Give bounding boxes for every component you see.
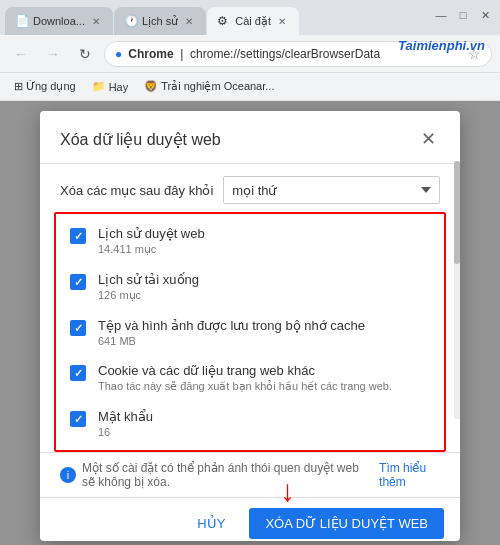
clear-data-button[interactable]: XÓA DỮ LIỆU DUYỆT WEB	[249, 508, 444, 539]
tab-label-settings: Cài đặt	[235, 15, 271, 28]
apps-label: Ứng dụng	[26, 80, 76, 93]
tab-label-downloads: Downloa...	[33, 15, 85, 27]
list-item: Cookie và các dữ liệu trang web khác Tha…	[56, 355, 444, 401]
learn-more-link[interactable]: Tìm hiểu thêm	[379, 461, 440, 489]
close-button[interactable]: ✕	[475, 5, 495, 25]
cancel-button[interactable]: HỦY	[185, 510, 237, 537]
tab-close-downloads[interactable]: ✕	[89, 14, 103, 28]
checkbox-passwords[interactable]	[70, 411, 86, 427]
item-title-cache: Tệp và hình ảnh được lưu trong bộ nhớ ca…	[98, 318, 430, 333]
dialog-overlay: Xóa dữ liệu duyệt web ✕ Xóa các mục sau …	[0, 101, 500, 545]
dialog-actions: ↓ HỦY XÓA DỮ LIỆU DUYỆT WEB	[40, 497, 460, 545]
item-desc-passwords: 16	[98, 426, 430, 438]
item-title-browsing-history: Lịch sử duyệt web	[98, 226, 430, 241]
browser-window: 📄 Downloa... ✕ 🕐 Lịch sử ✕ ⚙ Cài đặt ✕ —…	[0, 0, 500, 545]
item-title-cookies: Cookie và các dữ liệu trang web khác	[98, 363, 430, 378]
tab-history[interactable]: 🕐 Lịch sử ✕	[114, 7, 206, 35]
item-text-passwords: Mật khẩu 16	[98, 409, 430, 438]
apps-bookmark[interactable]: ⊞ Ứng dụng	[8, 78, 82, 95]
dialog-title: Xóa dữ liệu duyệt web	[60, 130, 221, 149]
dialog-scrollbar[interactable]	[454, 161, 460, 419]
footer-info-text: Một số cài đặt có thể phản ánh thói quen…	[82, 461, 373, 489]
window-controls: — □ ✕	[431, 5, 495, 25]
dialog-footer-info: i Một số cài đặt có thể phản ánh thói qu…	[40, 452, 460, 497]
tab-favicon-downloads: 📄	[15, 14, 29, 28]
item-title-download-history: Lịch sử tải xuống	[98, 272, 430, 287]
title-bar: 📄 Downloa... ✕ 🕐 Lịch sử ✕ ⚙ Cài đặt ✕ —…	[0, 0, 500, 35]
checkbox-cookies[interactable]	[70, 365, 86, 381]
item-desc-cookies: Thao tác này sẽ đăng xuất bạn khỏi hầu h…	[98, 380, 430, 393]
dialog-scrollbar-thumb	[454, 161, 460, 264]
bookmark-folder-icon: 📁	[92, 80, 106, 93]
checkbox-browsing-history[interactable]	[70, 228, 86, 244]
checkbox-cache[interactable]	[70, 320, 86, 336]
bookmark-oceanar-icon: 🦁	[144, 80, 158, 93]
apps-grid-icon: ⊞	[14, 80, 23, 93]
forward-button[interactable]: →	[40, 41, 66, 67]
item-text-cookies: Cookie và các dữ liệu trang web khác Tha…	[98, 363, 430, 393]
back-button[interactable]: ←	[8, 41, 34, 67]
bookmark-oceanar-label: Trải nghiệm Oceanar...	[161, 80, 274, 93]
list-item: Tệp và hình ảnh được lưu trong bộ nhớ ca…	[56, 310, 444, 355]
item-text-browsing-history: Lịch sử duyệt web 14.411 mục	[98, 226, 430, 256]
red-arrow-indicator: ↓	[280, 476, 295, 506]
dialog-header: Xóa dữ liệu duyệt web ✕	[40, 111, 460, 164]
item-text-download-history: Lịch sử tải xuống 126 mục	[98, 272, 430, 302]
item-text-cache: Tệp và hình ảnh được lưu trong bộ nhớ ca…	[98, 318, 430, 347]
checkbox-download-history[interactable]	[70, 274, 86, 290]
tab-favicon-history: 🕐	[124, 14, 138, 28]
reload-button[interactable]: ↻	[72, 41, 98, 67]
tab-favicon-settings: ⚙	[217, 14, 231, 28]
maximize-button[interactable]: □	[453, 5, 473, 25]
list-item: Mật khẩu 16	[56, 401, 444, 446]
bookmark-oceanar[interactable]: 🦁 Trải nghiệm Oceanar...	[138, 78, 280, 95]
list-item: Lịch sử duyệt web 14.411 mục	[56, 218, 444, 264]
item-title-passwords: Mật khẩu	[98, 409, 430, 424]
watermark: Taimienphi.vn	[398, 38, 485, 53]
time-range-select[interactable]: mọi thứ 1 giờ qua 24 giờ qua 7 ngày qua …	[223, 176, 440, 204]
clear-data-dialog: Xóa dữ liệu duyệt web ✕ Xóa các mục sau …	[40, 111, 460, 541]
checkbox-highlight-box: Lịch sử duyệt web 14.411 mục Lịch sử tải…	[54, 212, 446, 452]
bookmark-hay-label: Hay	[109, 81, 129, 93]
dialog-subheader: Xóa các mục sau đây khỏi mọi thứ 1 giờ q…	[40, 164, 460, 212]
bookmarks-bar: ⊞ Ứng dụng 📁 Hay 🦁 Trải nghiệm Oceanar..…	[0, 73, 500, 101]
dialog-body: Lịch sử duyệt web 14.411 mục Lịch sử tải…	[56, 214, 444, 450]
info-icon: i	[60, 467, 76, 483]
minimize-button[interactable]: —	[431, 5, 451, 25]
dialog-close-button[interactable]: ✕	[416, 127, 440, 151]
item-desc-browsing-history: 14.411 mục	[98, 243, 430, 256]
tab-close-settings[interactable]: ✕	[275, 14, 289, 28]
tab-label-history: Lịch sử	[142, 15, 178, 28]
list-item: Lịch sử tải xuống 126 mục	[56, 264, 444, 310]
tab-close-history[interactable]: ✕	[182, 14, 196, 28]
bookmark-hay[interactable]: 📁 Hay	[86, 78, 135, 95]
item-desc-download-history: 126 mục	[98, 289, 430, 302]
time-range-label: Xóa các mục sau đây khỏi	[60, 183, 213, 198]
item-desc-cache: 641 MB	[98, 335, 430, 347]
page-content: Xóa dữ liệu duyệt web ✕ Xóa các mục sau …	[0, 101, 500, 545]
tab-settings[interactable]: ⚙ Cài đặt ✕	[207, 7, 299, 35]
secure-icon: ●	[115, 47, 122, 61]
tab-downloads[interactable]: 📄 Downloa... ✕	[5, 7, 113, 35]
